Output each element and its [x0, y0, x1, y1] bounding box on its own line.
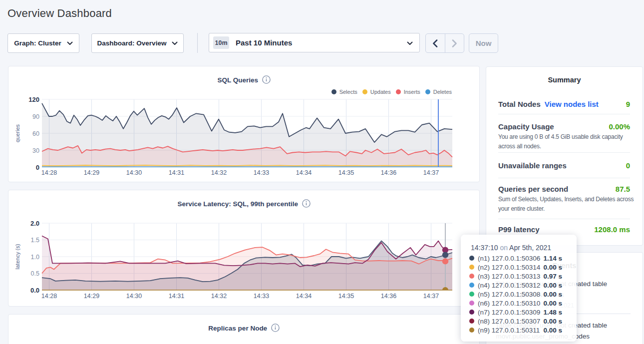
svg-text:14:31: 14:31: [169, 169, 184, 176]
svg-text:14:37: 14:37: [423, 169, 439, 176]
svg-text:14:30: 14:30: [126, 293, 142, 300]
svg-text:90: 90: [32, 113, 39, 120]
svg-text:latency (s): latency (s): [14, 244, 20, 270]
svg-text:14:32: 14:32: [211, 169, 227, 176]
svg-text:2.0: 2.0: [30, 220, 39, 227]
svg-text:14:32: 14:32: [211, 293, 227, 300]
svg-text:14:33: 14:33: [254, 293, 269, 300]
svg-text:14:28: 14:28: [41, 169, 57, 176]
svg-text:0.0: 0.0: [30, 287, 39, 294]
svg-text:60: 60: [32, 130, 39, 137]
svg-text:14:29: 14:29: [84, 169, 99, 176]
svg-text:14:35: 14:35: [338, 169, 354, 176]
svg-text:14:34: 14:34: [296, 169, 312, 176]
svg-text:14:28: 14:28: [41, 293, 57, 300]
svg-text:14:30: 14:30: [126, 169, 142, 176]
svg-text:14:36: 14:36: [381, 169, 396, 176]
svg-text:14:36: 14:36: [381, 293, 396, 300]
svg-text:14:33: 14:33: [254, 169, 269, 176]
svg-text:14:37: 14:37: [423, 293, 439, 300]
svg-text:0.5: 0.5: [31, 270, 39, 277]
svg-text:14:31: 14:31: [169, 293, 184, 300]
svg-text:30: 30: [32, 147, 39, 154]
svg-text:14:29: 14:29: [84, 293, 99, 300]
svg-text:14:34: 14:34: [296, 293, 312, 300]
svg-text:1.0: 1.0: [31, 254, 39, 261]
svg-text:120: 120: [28, 96, 39, 103]
svg-text:queries: queries: [14, 124, 20, 142]
svg-text:14:35: 14:35: [338, 293, 354, 300]
svg-text:1.5: 1.5: [31, 237, 39, 244]
svg-text:0: 0: [36, 164, 39, 171]
